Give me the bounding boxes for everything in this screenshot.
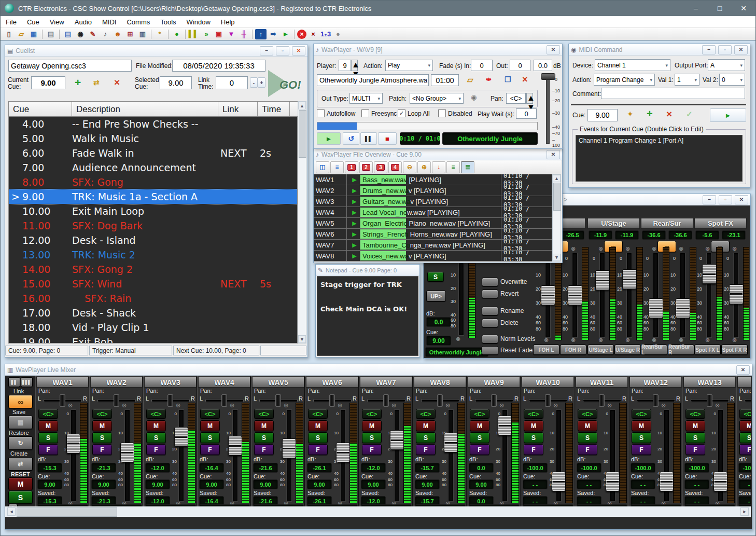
create-button[interactable]: ⇄ (8, 457, 33, 471)
pan-center-button[interactable]: <C> (739, 409, 751, 419)
fade-button[interactable]: F (38, 444, 58, 455)
pan-center-button[interactable]: <C> (92, 409, 112, 419)
channel-fader-knob[interactable] (120, 443, 134, 462)
zoom-in-icon[interactable]: ⊕ (417, 161, 431, 173)
cue-row[interactable]: 19.00Exit Bob (9, 335, 297, 343)
dca-fader-knob[interactable] (568, 285, 582, 305)
cue-row[interactable]: 5.00Walk in Music (9, 131, 297, 146)
copy-stack-icon[interactable]: ▣ (213, 29, 225, 39)
mute-button[interactable]: M (416, 420, 436, 431)
fade-button[interactable]: F (308, 444, 328, 455)
overview-row[interactable]: WAV5▶Organ_Electric Piano_new.wav [PLAYI… (314, 218, 552, 229)
close-icon[interactable]: ✕ (547, 150, 560, 159)
device-select[interactable]: Channel 1▾ (595, 59, 670, 71)
current-cue-value[interactable]: 9.00 (31, 76, 65, 89)
solo-button[interactable]: S (308, 432, 328, 443)
pan-stepper[interactable]: ▲▼ (526, 93, 533, 104)
dca-fader-track[interactable] (459, 252, 464, 335)
dca-channel-label[interactable]: Spot FX L (694, 345, 721, 355)
link-time-decrement-button[interactable]: - (250, 77, 258, 88)
merge-down-icon[interactable]: ▼ (226, 29, 237, 39)
clear-file-icon[interactable]: × (522, 74, 528, 85)
print-icon[interactable]: ▤ (45, 29, 57, 39)
volume-slider[interactable]: –0–10–20–30–40–70–100 (540, 72, 561, 146)
scroll-right-icon[interactable]: ► (740, 507, 749, 516)
dca-channel-label[interactable]: FOH L (533, 345, 559, 355)
pan-knob[interactable] (707, 394, 712, 407)
dca-fader-knob[interactable] (541, 285, 555, 305)
fade-out-value[interactable]: 0 (510, 60, 530, 71)
checkbox-freesync[interactable]: Freesync (361, 109, 397, 117)
channel-fader-track[interactable] (395, 410, 399, 501)
play-icon[interactable]: ▶ (347, 218, 360, 228)
pan-knob[interactable] (437, 394, 443, 407)
overview-row[interactable]: WAV3▶Guitars_new.wav [PLAYING]01:10 / 03… (314, 196, 552, 207)
mute-button[interactable]: M (254, 420, 274, 431)
pan-center-button[interactable]: <C> (146, 409, 166, 419)
close-icon[interactable]: ✕ (292, 46, 305, 56)
cue-row[interactable]: 11.00SFX: Dog Bark (9, 218, 297, 233)
stop-all-icon[interactable]: × (297, 30, 306, 39)
talkback-icon[interactable]: ● (332, 29, 344, 39)
copy-icon[interactable]: ❐ (505, 75, 511, 84)
menu-audio[interactable]: Audio (69, 16, 97, 28)
play-wait-value[interactable]: 0 (516, 108, 537, 119)
solo-button[interactable]: S (38, 432, 58, 443)
channel-fader-track[interactable] (449, 410, 453, 501)
pan-center-button[interactable]: <C> (200, 409, 220, 419)
dca-fader-knob[interactable] (676, 298, 690, 318)
minimize-icon[interactable]: – (684, 1, 708, 16)
menu-window[interactable]: Window (181, 16, 216, 28)
notepad-icon[interactable]: ✎ (87, 29, 99, 39)
mute-button[interactable]: M (739, 420, 751, 431)
play-icon[interactable]: ▶ (347, 207, 360, 217)
cue-row[interactable]: 10.00Exit Main Loop (9, 204, 297, 218)
cue-row[interactable]: 14.00SFX: Gong 2 (9, 262, 297, 277)
pan-knob[interactable] (491, 394, 497, 407)
dca-button-revert[interactable] (482, 290, 498, 298)
dca-button-reset-faders[interactable] (482, 346, 498, 355)
pan-center-button[interactable]: <C> (524, 409, 543, 419)
pan-knob[interactable] (60, 394, 65, 407)
dca-fader-knob[interactable] (649, 298, 663, 318)
show-file-name-input[interactable]: Getaway Opening.csc3 (8, 60, 132, 72)
pan-center-button[interactable]: <C> (632, 409, 651, 419)
scroll-left-icon[interactable]: ◄ (7, 507, 16, 516)
solo-button[interactable]: S (685, 432, 705, 443)
channel-fader-knob[interactable] (336, 443, 350, 462)
dca-button-overwrite[interactable] (482, 278, 498, 286)
play-icon[interactable]: ▶ (347, 240, 360, 250)
close-icon[interactable]: ✕ (735, 195, 748, 204)
solo-button[interactable]: S (254, 432, 274, 443)
open-file-icon[interactable]: ▱ (16, 29, 27, 39)
dca-channel-label[interactable]: Rear/Sur R (668, 345, 694, 355)
chevron-down-icon[interactable]: ▾ (694, 77, 697, 83)
db-value[interactable]: 0.0 (534, 60, 552, 71)
menu-cue[interactable]: Cue (22, 16, 45, 28)
channel-fader-knob[interactable] (660, 472, 674, 491)
cue-row[interactable]: 7.00Audience Announcement (9, 160, 297, 175)
pan-knob[interactable] (545, 394, 551, 407)
pan-center-button[interactable]: <C> (470, 409, 489, 419)
menu-comms[interactable]: Comms (121, 16, 155, 28)
scroll-up-icon[interactable]: ▲ (298, 102, 306, 109)
menu-tools[interactable]: Tools (155, 16, 181, 28)
chevron-down-icon[interactable]: ▾ (428, 63, 430, 68)
fade-button[interactable]: F (524, 444, 543, 455)
pan-knob[interactable] (114, 394, 119, 407)
close-icon[interactable]: ✕ (734, 45, 748, 54)
cuelist-icon[interactable]: ▤ (62, 29, 74, 39)
events-list[interactable]: Channel 1 Program Change 1 [Port A] (576, 135, 743, 182)
cue-row[interactable]: 13.00TRK: Music 2 (9, 248, 297, 262)
pan-knob[interactable] (329, 394, 335, 407)
dca-button-delete[interactable] (482, 319, 498, 327)
pan-center-button[interactable]: <C> (308, 409, 328, 419)
apply-icon[interactable]: ✓ (686, 109, 693, 119)
play-icon[interactable]: ▶ (347, 251, 360, 261)
minimize-icon[interactable]: – (260, 46, 273, 56)
player-number[interactable]: 9 (339, 60, 351, 71)
minimize-icon[interactable]: – (703, 195, 716, 204)
fade-button[interactable]: F (362, 444, 382, 455)
preset-1-button[interactable]: 1 (345, 161, 358, 173)
checkbox-autofollow[interactable]: Autofollow (317, 109, 355, 117)
